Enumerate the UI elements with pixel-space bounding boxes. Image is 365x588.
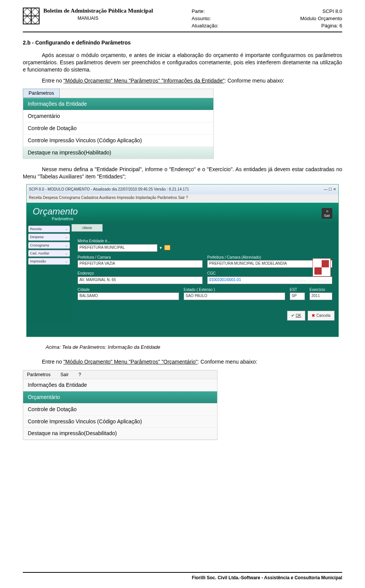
menubar-item-sair[interactable]: Sair <box>60 372 68 378</box>
section-title: 2.b - Configurando e definindo Parâmetro… <box>23 39 342 46</box>
doc-title: Boletim de Administração Pública Municip… <box>43 8 188 14</box>
menu-item-destaque-impressao[interactable]: Destaque na impressão(Habilitado) <box>23 147 213 159</box>
label-prefeitura: Prefeitura / Camara <box>78 255 203 260</box>
menu-item-orcamentario[interactable]: Orçamentário <box>23 110 213 122</box>
label-exercicio: Exercício <box>309 287 332 292</box>
chevron-down-icon: ⌄ <box>65 235 68 239</box>
input-exercicio[interactable]: 2011 <box>309 292 332 300</box>
chevron-down-icon: ⌄ <box>65 259 68 264</box>
menu-item-orcamentario[interactable]: Orçamentário <box>23 391 217 404</box>
cancel-button[interactable]: ✖Cancela <box>308 311 335 321</box>
dropdown-icon[interactable]: ▾ <box>160 245 162 251</box>
input-minha-entidade[interactable]: PREFEITURA MUNICIPAL <box>78 244 157 252</box>
menu-item-controle-impressao-vinculos[interactable]: Controle Impressão Vinculos (Código Apli… <box>23 416 217 428</box>
label-parte: Parte: <box>192 8 268 15</box>
parametros-menu-2: Parâmetros Sair ? Informações da Entidad… <box>23 370 217 440</box>
menu-item-controle-dotacao[interactable]: Controle de Dotação <box>23 122 213 135</box>
menu-item-informacoes-entidade[interactable]: Informações da Entidade <box>23 379 217 391</box>
document-header: Boletim de Administração Pública Municip… <box>23 8 342 32</box>
label-cidade: Cidade <box>78 287 179 292</box>
paragraph-2: Entre no "Módulo Orçamento" Menu "Parâme… <box>23 77 342 84</box>
app-window-orcamento: SCPI 8.0 - MODULO ORÇAMENTO - Atualizado… <box>26 184 339 337</box>
input-cidade[interactable]: BALSAMO <box>78 292 179 300</box>
doc-subtitle: MANUAIS <box>78 16 188 21</box>
value-assunto: Módulo Orçamento <box>271 15 342 22</box>
window-titlebar: SCPI 8.0 - MODULO ORÇAMENTO - Atualizado… <box>27 184 338 194</box>
label-assunto: Assunto: <box>192 15 268 22</box>
figure-caption: Acima: Tela de Parâmetros: Informação da… <box>46 344 342 351</box>
chevron-down-icon: ⌄ <box>65 251 68 256</box>
label-estado-extenso: Estado ( Extenso ) <box>184 287 285 292</box>
tab-alterar[interactable]: Alterar <box>71 224 103 232</box>
ok-button[interactable]: ✔OK <box>287 311 305 321</box>
sidebar-btn-impressao[interactable]: Impressão⌄ <box>28 258 70 265</box>
paragraph-3: Nesse menu defina a "Entidade Principal"… <box>23 166 342 180</box>
window-menubar[interactable]: Receita Despesa Cronograma Cadastros Aux… <box>27 194 338 203</box>
logo-icon <box>23 8 40 24</box>
folder-icon[interactable] <box>164 245 170 250</box>
chevron-down-icon: ⌄ <box>65 243 68 248</box>
menu-item-controle-dotacao[interactable]: Controle de Dotação <box>23 404 217 416</box>
menubar-item-help[interactable]: ? <box>78 372 81 378</box>
window-sidebar: Receita⌄ Despesa⌄ Cronograma⌄ Cad. Auxil… <box>27 224 71 323</box>
label-minha-entidade: Minha Entidade é... <box>78 238 332 244</box>
label-est: EST <box>290 287 305 292</box>
cross-icon: ✖ <box>312 313 315 318</box>
entity-logo-icon <box>313 258 331 277</box>
sidebar-btn-cronograma[interactable]: Cronograma⌄ <box>28 242 70 249</box>
check-icon: ✔ <box>291 313 294 318</box>
window-controls-icon[interactable]: — ☐ ✕ <box>324 187 336 192</box>
sidebar-btn-cad-auxiliar[interactable]: Cad. Auxiliar⌄ <box>28 250 70 257</box>
label-atualizacao: Atualização: <box>192 22 268 29</box>
input-est[interactable]: SP <box>290 292 305 300</box>
window-banner: Orçamento Parâmetros ⎋Sair <box>27 203 338 224</box>
window-title: SCPI 8.0 - MODULO ORÇAMENTO - Atualizado… <box>29 187 189 192</box>
chevron-down-icon: ⌄ <box>65 227 68 231</box>
menu-item-controle-impressao-vinculos[interactable]: Controle Impressão Vinculos (Código Apli… <box>23 135 213 147</box>
parametros-menu-1: Parâmetros Informações da Entidade Orçam… <box>23 89 214 159</box>
menu-tab-parametros[interactable]: Parâmetros <box>23 89 60 98</box>
menu-item-destaque-impressao[interactable]: Destaque na impressão(Desabilitado) <box>23 427 217 440</box>
value-parte: SCPI 8.0 <box>271 8 342 15</box>
menubar-item-parametros[interactable]: Parâmetros <box>27 372 51 378</box>
exit-icon[interactable]: ⎋Sair <box>322 208 332 219</box>
page-footer: Fiorilli Soc. Civil Ltda.-Software - Ass… <box>23 572 342 580</box>
sidebar-btn-receita[interactable]: Receita⌄ <box>28 226 70 232</box>
value-atualizacao: Página: 6 <box>271 22 342 29</box>
sidebar-btn-despesa[interactable]: Despesa⌄ <box>28 234 70 240</box>
input-prefeitura[interactable]: PREFEITURA VAZIA <box>78 260 203 268</box>
paragraph-1: Após acessar o módulo orçamento, e antes… <box>23 52 342 73</box>
input-endereco[interactable]: AV. MARGINAL N. 65 <box>78 277 203 284</box>
menu-item-informacoes-entidade[interactable]: Informações da Entidade <box>23 98 213 110</box>
input-estado-extenso[interactable]: SAO PAULO <box>184 292 285 300</box>
checkbox-mostrar-relatorios[interactable]: ☑ Mostrar nos relatórios <box>290 279 331 284</box>
form-area: Alterar Minha Entidade é... PREFEITURA M… <box>71 224 338 323</box>
paragraph-4: Entre no "Módulo Orçamento" Menu "Parâme… <box>23 358 342 366</box>
label-endereco: Endereço <box>78 271 203 276</box>
